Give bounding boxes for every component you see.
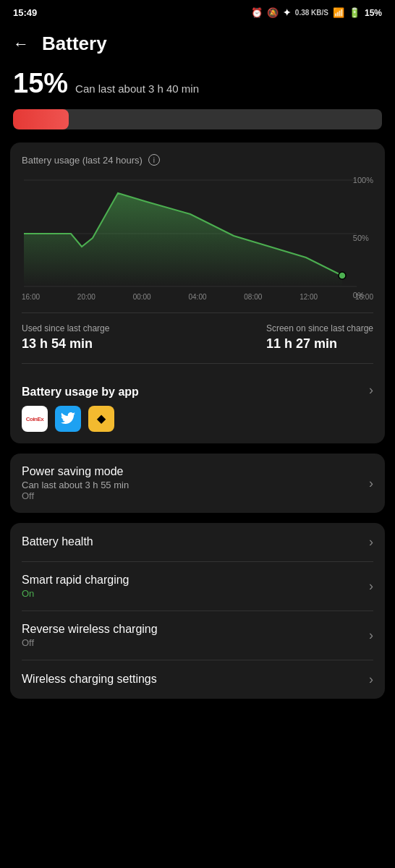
x-label-0: 16:00 [22, 293, 40, 301]
stat-row: Used since last charge 13 h 54 min Scree… [22, 312, 373, 352]
power-saving-card[interactable]: Power saving mode Can last about 3 h 55 … [10, 454, 385, 513]
used-label: Used since last charge [22, 323, 109, 333]
time-label: 15:49 [13, 7, 37, 18]
chart-fill [24, 193, 342, 286]
x-label-6: 16:00 [355, 293, 373, 301]
screen-on-label: Screen on since last charge [266, 323, 373, 333]
chart-x-labels: 16:00 20:00 00:00 04:00 08:00 12:00 16:0… [22, 293, 373, 301]
power-saving-content: Power saving mode Can last about 3 h 55 … [22, 465, 129, 501]
app-icon-binance: ◆ [88, 406, 114, 432]
network-speed: 0.38 KB/S [295, 9, 328, 17]
smart-charging-chevron: › [369, 579, 373, 594]
used-value: 13 h 54 min [22, 336, 109, 352]
chart-end-dot [339, 272, 346, 279]
battery-percentage: 15% [13, 68, 68, 99]
reverse-wireless-content: Reverse wireless charging Off [22, 623, 158, 648]
status-icons: ⏰ 🔕 ✦ 0.38 KB/S 📶 🔋 15% [251, 7, 382, 18]
x-label-1: 20:00 [77, 293, 95, 301]
smart-charging-title: Smart rapid charging [22, 574, 129, 587]
battery-by-app-section: Battery usage by app › CoinEx ◆ [22, 363, 373, 432]
reverse-wireless-status: Off [22, 637, 158, 648]
x-label-4: 08:00 [244, 293, 262, 301]
battery-bar-container [13, 109, 382, 129]
menu-item-smart-charging[interactable]: Smart rapid charging On › [10, 562, 385, 610]
screen-on-since-charge: Screen on since last charge 11 h 27 min [266, 323, 373, 352]
power-saving-status: Off [22, 490, 129, 501]
menu-item-battery-health[interactable]: Battery health › [10, 523, 385, 561]
app-icon-coinex: CoinEx [22, 406, 48, 432]
bluetooth-icon: ✦ [283, 7, 291, 18]
x-label-3: 04:00 [188, 293, 206, 301]
power-saving-row: Power saving mode Can last about 3 h 55 … [22, 465, 373, 501]
battery-health-chevron: › [369, 535, 373, 550]
battery-percentage-row: 15% Can last about 3 h 40 min [0, 62, 395, 103]
x-label-2: 00:00 [133, 293, 151, 301]
used-since-charge: Used since last charge 13 h 54 min [22, 323, 109, 352]
menu-item-wireless-settings[interactable]: Wireless charging settings › [10, 660, 385, 699]
power-saving-title: Power saving mode [22, 465, 129, 478]
status-bar: 15:49 ⏰ 🔕 ✦ 0.38 KB/S 📶 🔋 15% [0, 0, 395, 22]
wireless-settings-title: Wireless charging settings [22, 673, 157, 686]
header: ← Battery [0, 22, 395, 62]
app-icons-row: CoinEx ◆ [22, 406, 373, 432]
info-icon[interactable]: i [148, 154, 160, 166]
menu-item-reverse-wireless[interactable]: Reverse wireless charging Off › [10, 611, 385, 660]
smart-charging-status: On [22, 588, 129, 599]
wireless-settings-content: Wireless charging settings [22, 673, 157, 687]
smart-charging-content: Smart rapid charging On [22, 574, 129, 599]
wifi-icon: 📶 [333, 7, 344, 18]
chart-title-row: Battery usage (last 24 hours) i [22, 154, 373, 166]
wireless-settings-chevron: › [369, 672, 373, 687]
battery-health-content: Battery health [22, 535, 93, 550]
mute-icon: 🔕 [267, 7, 279, 18]
page-title: Battery [42, 33, 107, 55]
menu-list-card: Battery health › Smart rapid charging On… [10, 523, 385, 699]
battery-subtitle: Can last about 3 h 40 min [75, 82, 199, 95]
chart-card: Battery usage (last 24 hours) i 100% 50%… [10, 142, 385, 443]
battery-icon: 🔋 [349, 7, 360, 18]
app-icon-twitter [55, 406, 81, 432]
battery-status-pct: 15% [365, 8, 382, 18]
back-button[interactable]: ← [13, 35, 29, 54]
battery-bar-fill [13, 109, 69, 129]
battery-chart-svg [22, 174, 373, 290]
chart-wrapper: 100% 50% 0% 16:00 [22, 174, 373, 301]
reverse-wireless-title: Reverse wireless charging [22, 623, 158, 636]
power-saving-subtitle: Can last about 3 h 55 min [22, 480, 129, 490]
battery-by-app-chevron: › [369, 383, 373, 398]
battery-health-title: Battery health [22, 535, 93, 548]
x-label-5: 12:00 [300, 293, 318, 301]
reverse-wireless-chevron: › [369, 628, 373, 643]
chart-title: Battery usage (last 24 hours) [22, 155, 143, 166]
battery-by-app-title: Battery usage by app [22, 386, 139, 399]
power-saving-chevron: › [369, 476, 373, 491]
battery-by-app-row[interactable]: Battery usage by app › [22, 374, 373, 406]
twitter-bird [61, 412, 75, 425]
alarm-icon: ⏰ [251, 7, 263, 18]
screen-on-value: 11 h 27 min [266, 336, 373, 352]
